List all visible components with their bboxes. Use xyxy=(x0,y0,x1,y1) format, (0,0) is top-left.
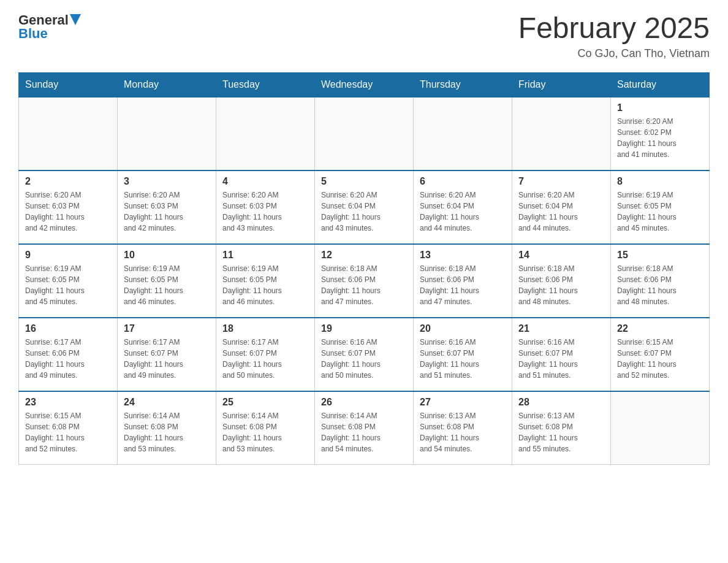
logo: General Blue xyxy=(18,12,81,42)
calendar-cell: 3Sunrise: 6:20 AM Sunset: 6:03 PM Daylig… xyxy=(118,170,216,244)
day-number: 14 xyxy=(518,250,604,261)
day-number: 12 xyxy=(321,250,407,261)
calendar-week-row: 2Sunrise: 6:20 AM Sunset: 6:03 PM Daylig… xyxy=(19,170,710,244)
logo-text-blue: Blue xyxy=(18,26,48,42)
day-of-week-tuesday: Tuesday xyxy=(216,72,315,97)
day-info: Sunrise: 6:14 AM Sunset: 6:08 PM Dayligh… xyxy=(124,410,210,454)
calendar-week-row: 23Sunrise: 6:15 AM Sunset: 6:08 PM Dayli… xyxy=(19,391,710,465)
day-number: 25 xyxy=(222,397,308,408)
calendar-cell: 12Sunrise: 6:18 AM Sunset: 6:06 PM Dayli… xyxy=(315,244,414,318)
day-number: 2 xyxy=(25,176,111,187)
day-info: Sunrise: 6:20 AM Sunset: 6:02 PM Dayligh… xyxy=(617,116,703,160)
day-number: 23 xyxy=(25,397,111,408)
calendar-cell: 9Sunrise: 6:19 AM Sunset: 6:05 PM Daylig… xyxy=(19,244,118,318)
title-area: February 2025 Co GJo, Can Tho, Vietnam xyxy=(518,12,710,60)
calendar-cell: 11Sunrise: 6:19 AM Sunset: 6:05 PM Dayli… xyxy=(216,244,315,318)
logo-arrow-icon xyxy=(70,14,81,25)
day-info: Sunrise: 6:20 AM Sunset: 6:04 PM Dayligh… xyxy=(518,190,604,234)
calendar-cell: 16Sunrise: 6:17 AM Sunset: 6:06 PM Dayli… xyxy=(19,318,118,391)
calendar-cell: 13Sunrise: 6:18 AM Sunset: 6:06 PM Dayli… xyxy=(414,244,512,318)
day-info: Sunrise: 6:17 AM Sunset: 6:07 PM Dayligh… xyxy=(124,337,210,381)
day-info: Sunrise: 6:19 AM Sunset: 6:05 PM Dayligh… xyxy=(25,263,111,307)
day-number: 16 xyxy=(25,323,111,334)
day-info: Sunrise: 6:19 AM Sunset: 6:05 PM Dayligh… xyxy=(617,190,703,234)
calendar-cell: 7Sunrise: 6:20 AM Sunset: 6:04 PM Daylig… xyxy=(512,170,611,244)
calendar-cell: 8Sunrise: 6:19 AM Sunset: 6:05 PM Daylig… xyxy=(611,170,710,244)
calendar-cell: 2Sunrise: 6:20 AM Sunset: 6:03 PM Daylig… xyxy=(19,170,118,244)
calendar-cell xyxy=(19,97,118,170)
calendar-header: SundayMondayTuesdayWednesdayThursdayFrid… xyxy=(19,72,710,97)
day-info: Sunrise: 6:16 AM Sunset: 6:07 PM Dayligh… xyxy=(321,337,407,381)
day-number: 18 xyxy=(222,323,308,334)
calendar-cell: 4Sunrise: 6:20 AM Sunset: 6:03 PM Daylig… xyxy=(216,170,315,244)
day-number: 5 xyxy=(321,176,407,187)
day-number: 9 xyxy=(25,250,111,261)
day-number: 17 xyxy=(124,323,210,334)
day-number: 10 xyxy=(124,250,210,261)
calendar-cell: 19Sunrise: 6:16 AM Sunset: 6:07 PM Dayli… xyxy=(315,318,414,391)
calendar-cell xyxy=(216,97,315,170)
day-info: Sunrise: 6:17 AM Sunset: 6:06 PM Dayligh… xyxy=(25,337,111,381)
calendar-subtitle: Co GJo, Can Tho, Vietnam xyxy=(518,47,710,60)
calendar-cell: 18Sunrise: 6:17 AM Sunset: 6:07 PM Dayli… xyxy=(216,318,315,391)
day-number: 15 xyxy=(617,250,703,261)
calendar-cell: 25Sunrise: 6:14 AM Sunset: 6:08 PM Dayli… xyxy=(216,391,315,465)
day-info: Sunrise: 6:13 AM Sunset: 6:08 PM Dayligh… xyxy=(518,410,604,454)
calendar-cell xyxy=(611,391,710,465)
day-number: 24 xyxy=(124,397,210,408)
calendar-cell: 21Sunrise: 6:16 AM Sunset: 6:07 PM Dayli… xyxy=(512,318,611,391)
day-info: Sunrise: 6:14 AM Sunset: 6:08 PM Dayligh… xyxy=(321,410,407,454)
day-of-week-sunday: Sunday xyxy=(19,72,118,97)
day-number: 3 xyxy=(124,176,210,187)
day-number: 28 xyxy=(518,397,604,408)
calendar-cell: 26Sunrise: 6:14 AM Sunset: 6:08 PM Dayli… xyxy=(315,391,414,465)
day-info: Sunrise: 6:20 AM Sunset: 6:03 PM Dayligh… xyxy=(25,190,111,234)
day-info: Sunrise: 6:18 AM Sunset: 6:06 PM Dayligh… xyxy=(518,263,604,307)
calendar-cell: 1Sunrise: 6:20 AM Sunset: 6:02 PM Daylig… xyxy=(611,97,710,170)
day-info: Sunrise: 6:19 AM Sunset: 6:05 PM Dayligh… xyxy=(124,263,210,307)
day-of-week-saturday: Saturday xyxy=(611,72,710,97)
page-header: General Blue February 2025 Co GJo, Can T… xyxy=(18,12,710,60)
day-number: 11 xyxy=(222,250,308,261)
day-info: Sunrise: 6:20 AM Sunset: 6:04 PM Dayligh… xyxy=(420,190,506,234)
day-number: 1 xyxy=(617,102,703,113)
calendar-title: February 2025 xyxy=(518,12,710,45)
days-of-week-row: SundayMondayTuesdayWednesdayThursdayFrid… xyxy=(19,72,710,97)
calendar-cell xyxy=(118,97,216,170)
day-number: 27 xyxy=(420,397,506,408)
day-number: 6 xyxy=(420,176,506,187)
calendar-cell: 22Sunrise: 6:15 AM Sunset: 6:07 PM Dayli… xyxy=(611,318,710,391)
day-info: Sunrise: 6:15 AM Sunset: 6:08 PM Dayligh… xyxy=(25,410,111,454)
svg-marker-0 xyxy=(70,14,81,25)
calendar-cell xyxy=(512,97,611,170)
calendar-cell: 15Sunrise: 6:18 AM Sunset: 6:06 PM Dayli… xyxy=(611,244,710,318)
calendar-cell: 14Sunrise: 6:18 AM Sunset: 6:06 PM Dayli… xyxy=(512,244,611,318)
day-info: Sunrise: 6:18 AM Sunset: 6:06 PM Dayligh… xyxy=(321,263,407,307)
calendar-body: 1Sunrise: 6:20 AM Sunset: 6:02 PM Daylig… xyxy=(19,97,710,465)
day-number: 13 xyxy=(420,250,506,261)
calendar-week-row: 9Sunrise: 6:19 AM Sunset: 6:05 PM Daylig… xyxy=(19,244,710,318)
day-info: Sunrise: 6:16 AM Sunset: 6:07 PM Dayligh… xyxy=(420,337,506,381)
day-info: Sunrise: 6:19 AM Sunset: 6:05 PM Dayligh… xyxy=(222,263,308,307)
calendar-cell xyxy=(315,97,414,170)
calendar-cell: 17Sunrise: 6:17 AM Sunset: 6:07 PM Dayli… xyxy=(118,318,216,391)
calendar-table: SundayMondayTuesdayWednesdayThursdayFrid… xyxy=(18,72,710,465)
day-info: Sunrise: 6:18 AM Sunset: 6:06 PM Dayligh… xyxy=(420,263,506,307)
day-info: Sunrise: 6:15 AM Sunset: 6:07 PM Dayligh… xyxy=(617,337,703,381)
day-number: 22 xyxy=(617,323,703,334)
calendar-cell: 23Sunrise: 6:15 AM Sunset: 6:08 PM Dayli… xyxy=(19,391,118,465)
calendar-cell xyxy=(414,97,512,170)
day-number: 4 xyxy=(222,176,308,187)
day-of-week-wednesday: Wednesday xyxy=(315,72,414,97)
day-number: 8 xyxy=(617,176,703,187)
calendar-week-row: 16Sunrise: 6:17 AM Sunset: 6:06 PM Dayli… xyxy=(19,318,710,391)
day-number: 21 xyxy=(518,323,604,334)
day-info: Sunrise: 6:14 AM Sunset: 6:08 PM Dayligh… xyxy=(222,410,308,454)
calendar-cell: 5Sunrise: 6:20 AM Sunset: 6:04 PM Daylig… xyxy=(315,170,414,244)
calendar-cell: 6Sunrise: 6:20 AM Sunset: 6:04 PM Daylig… xyxy=(414,170,512,244)
day-of-week-friday: Friday xyxy=(512,72,611,97)
day-info: Sunrise: 6:13 AM Sunset: 6:08 PM Dayligh… xyxy=(420,410,506,454)
day-number: 7 xyxy=(518,176,604,187)
calendar-cell: 28Sunrise: 6:13 AM Sunset: 6:08 PM Dayli… xyxy=(512,391,611,465)
day-of-week-monday: Monday xyxy=(118,72,216,97)
